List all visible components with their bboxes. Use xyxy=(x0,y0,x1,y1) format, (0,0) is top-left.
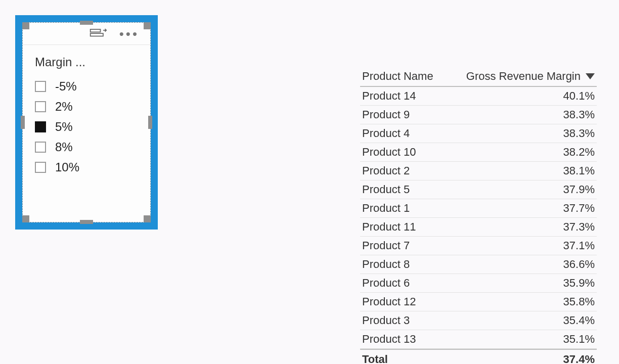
slicer-checkbox[interactable] xyxy=(35,121,46,132)
table-row[interactable]: Product 3 35.4% xyxy=(360,311,597,330)
slicer-header: ••• xyxy=(23,23,150,45)
slicer-title: Margin ... xyxy=(23,45,150,76)
cell-margin-value: 40.1% xyxy=(563,89,595,103)
slicer-option[interactable]: 8% xyxy=(35,137,150,157)
slicer-option-label: 8% xyxy=(55,140,73,154)
cell-product-name: Product 10 xyxy=(362,146,416,159)
svg-rect-1 xyxy=(90,33,103,36)
resize-handle-tr[interactable] xyxy=(144,22,151,29)
table-row[interactable]: Product 1 37.7% xyxy=(360,199,597,218)
cell-margin-value: 38.3% xyxy=(563,108,595,121)
table-visual[interactable]: Product Name Gross Revenue Margin Produc… xyxy=(360,70,597,364)
cell-product-name: Product 7 xyxy=(362,239,410,252)
cell-margin-value: 37.1% xyxy=(563,239,595,252)
cell-margin-value: 38.2% xyxy=(563,146,595,159)
resize-handle-left[interactable] xyxy=(21,116,25,129)
cell-product-name: Product 14 xyxy=(362,89,416,103)
resize-handle-bottom[interactable] xyxy=(80,220,93,224)
cell-product-name: Product 5 xyxy=(362,183,410,196)
cell-product-name: Product 2 xyxy=(362,164,410,177)
cell-product-name: Product 9 xyxy=(362,108,410,121)
table-header-row: Product Name Gross Revenue Margin xyxy=(360,70,597,87)
cell-margin-value: 35.8% xyxy=(563,295,595,308)
table-row[interactable]: Product 9 38.3% xyxy=(360,106,597,124)
slicer-visual-selected-frame: ••• Margin ... -5% 2% 5% 8% 10% xyxy=(15,15,158,230)
slicer-checkbox[interactable] xyxy=(35,142,46,153)
cell-margin-value: 38.3% xyxy=(563,127,595,140)
cell-margin-value: 37.7% xyxy=(563,202,595,215)
table-body: Product 14 40.1% Product 9 38.3% Product… xyxy=(360,87,597,349)
table-row[interactable]: Product 5 37.9% xyxy=(360,180,597,199)
slicer-option-label: 10% xyxy=(55,160,79,174)
column-header-product-name[interactable]: Product Name xyxy=(362,70,433,83)
table-row[interactable]: Product 10 38.2% xyxy=(360,143,597,162)
table-row[interactable]: Product 7 37.1% xyxy=(360,237,597,255)
cell-margin-value: 35.9% xyxy=(563,277,595,290)
svg-rect-0 xyxy=(90,29,100,32)
cell-product-name: Product 13 xyxy=(362,333,416,346)
total-label: Total xyxy=(362,353,388,364)
slicer-option-label: 2% xyxy=(55,100,73,114)
cell-product-name: Product 12 xyxy=(362,295,416,308)
cell-margin-value: 35.4% xyxy=(563,314,595,327)
table-row[interactable]: Product 14 40.1% xyxy=(360,87,597,106)
table-row[interactable]: Product 2 38.1% xyxy=(360,162,597,180)
slicer-option-label: 5% xyxy=(55,120,73,134)
sort-desc-icon[interactable] xyxy=(586,73,595,79)
slicer-checkbox[interactable] xyxy=(35,162,46,173)
cell-margin-value: 37.9% xyxy=(563,183,595,196)
slicer-option[interactable]: 10% xyxy=(35,157,150,177)
slicer-option-label: -5% xyxy=(55,79,77,94)
cell-product-name: Product 6 xyxy=(362,277,410,290)
cell-product-name: Product 11 xyxy=(362,220,416,234)
slicer-visual[interactable]: ••• Margin ... -5% 2% 5% 8% 10% xyxy=(22,22,151,222)
total-value: 37.4% xyxy=(563,353,595,364)
slicer-option[interactable]: 5% xyxy=(35,117,150,137)
slicer-options-list: -5% 2% 5% 8% 10% xyxy=(23,76,150,177)
table-row[interactable]: Product 12 35.8% xyxy=(360,293,597,311)
slicer-checkbox[interactable] xyxy=(35,101,46,112)
cell-margin-value: 37.3% xyxy=(563,220,595,234)
cell-product-name: Product 1 xyxy=(362,202,410,215)
column-header-gross-revenue-margin[interactable]: Gross Revenue Margin xyxy=(466,70,595,83)
table-row[interactable]: Product 13 35.1% xyxy=(360,330,597,349)
resize-handle-tl[interactable] xyxy=(22,22,29,29)
cell-margin-value: 35.1% xyxy=(563,333,595,346)
resize-handle-br[interactable] xyxy=(144,215,151,222)
resize-handle-bl[interactable] xyxy=(22,215,29,222)
cell-product-name: Product 8 xyxy=(362,258,410,271)
slicer-checkbox[interactable] xyxy=(35,81,46,92)
cell-product-name: Product 4 xyxy=(362,127,410,140)
column-header-label: Gross Revenue Margin xyxy=(466,70,581,83)
table-row[interactable]: Product 8 36.6% xyxy=(360,255,597,274)
cell-product-name: Product 3 xyxy=(362,314,410,327)
cell-margin-value: 36.6% xyxy=(563,258,595,271)
table-row[interactable]: Product 6 35.9% xyxy=(360,274,597,293)
resize-handle-right[interactable] xyxy=(148,116,152,129)
slicer-option[interactable]: 2% xyxy=(35,97,150,117)
table-total-row: Total 37.4% xyxy=(360,349,597,364)
cell-margin-value: 38.1% xyxy=(563,164,595,177)
slicer-type-icon[interactable] xyxy=(89,28,107,40)
slicer-option[interactable]: -5% xyxy=(35,76,150,97)
table-row[interactable]: Product 4 38.3% xyxy=(360,124,597,143)
resize-handle-top[interactable] xyxy=(80,21,93,25)
more-options-icon[interactable]: ••• xyxy=(119,27,139,40)
table-row[interactable]: Product 11 37.3% xyxy=(360,218,597,237)
